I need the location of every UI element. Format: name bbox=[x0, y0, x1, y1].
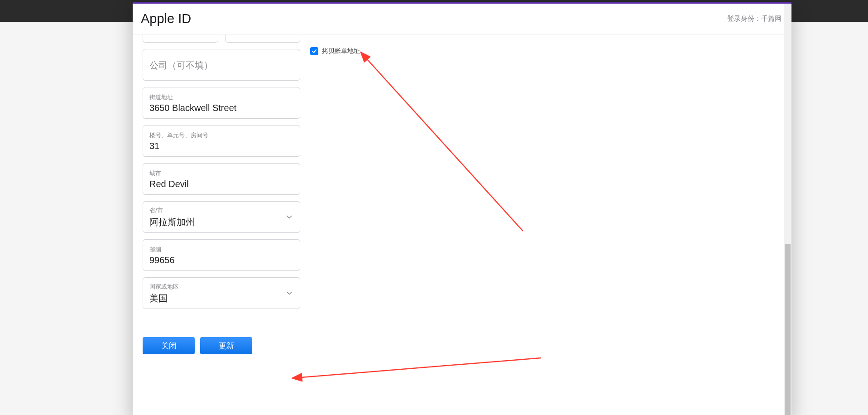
state-label: 省/市 bbox=[149, 207, 293, 215]
unit-number-field[interactable]: 楼号、单元号、房间号 31 bbox=[143, 125, 300, 157]
last-name-field-partial[interactable]: II bbox=[225, 34, 301, 43]
street-address-label: 街道地址 bbox=[149, 93, 293, 101]
country-value: 美国 bbox=[149, 292, 293, 304]
country-label: 国家或地区 bbox=[149, 283, 293, 291]
company-field[interactable]: 公司（可不填） bbox=[143, 49, 300, 81]
unit-number-label: 楼号、单元号、房间号 bbox=[149, 131, 293, 140]
state-value: 阿拉斯加州 bbox=[149, 216, 293, 228]
unit-number-value: 31 bbox=[149, 141, 293, 151]
page-title: Apple ID bbox=[141, 11, 191, 26]
address-form-column: III II 公司（可不填） 街道地址 3650 Blackwell Stree… bbox=[143, 34, 300, 354]
scrollbar-track[interactable] bbox=[784, 4, 791, 415]
update-button[interactable]: 更新 bbox=[200, 337, 252, 354]
copy-billing-checkbox[interactable] bbox=[310, 47, 318, 55]
button-row: 关闭 更新 bbox=[143, 337, 300, 354]
modal-header: Apple ID 登录身份：千篇网 bbox=[133, 4, 791, 34]
close-button[interactable]: 关闭 bbox=[143, 337, 195, 354]
city-label: 城市 bbox=[149, 169, 293, 178]
city-field[interactable]: 城市 Red Devil bbox=[143, 163, 300, 195]
login-status: 登录身份：千篇网 bbox=[727, 14, 782, 23]
state-select[interactable]: 省/市 阿拉斯加州 bbox=[143, 201, 300, 233]
copy-billing-row: 拷贝帐单地址 bbox=[310, 47, 360, 55]
modal-dialog: Apple ID 登录身份：千篇网 III II 公司（可不填） 街道地址 36… bbox=[133, 2, 791, 415]
modal-body: III II 公司（可不填） 街道地址 3650 Blackwell Stree… bbox=[133, 34, 791, 415]
street-address-value: 3650 Blackwell Street bbox=[149, 103, 293, 113]
city-value: Red Devil bbox=[149, 179, 293, 189]
street-address-field[interactable]: 街道地址 3650 Blackwell Street bbox=[143, 87, 300, 119]
country-select[interactable]: 国家或地区 美国 bbox=[143, 277, 300, 309]
zip-field[interactable]: 邮编 99656 bbox=[143, 239, 300, 271]
first-name-field-partial[interactable]: III bbox=[143, 34, 218, 43]
zip-label: 邮编 bbox=[149, 246, 293, 254]
company-placeholder: 公司（可不填） bbox=[149, 59, 293, 72]
name-row: III II bbox=[143, 34, 300, 43]
copy-billing-label: 拷贝帐单地址 bbox=[322, 47, 360, 55]
zip-value: 99656 bbox=[149, 255, 293, 265]
scrollbar-thumb[interactable] bbox=[785, 244, 791, 415]
